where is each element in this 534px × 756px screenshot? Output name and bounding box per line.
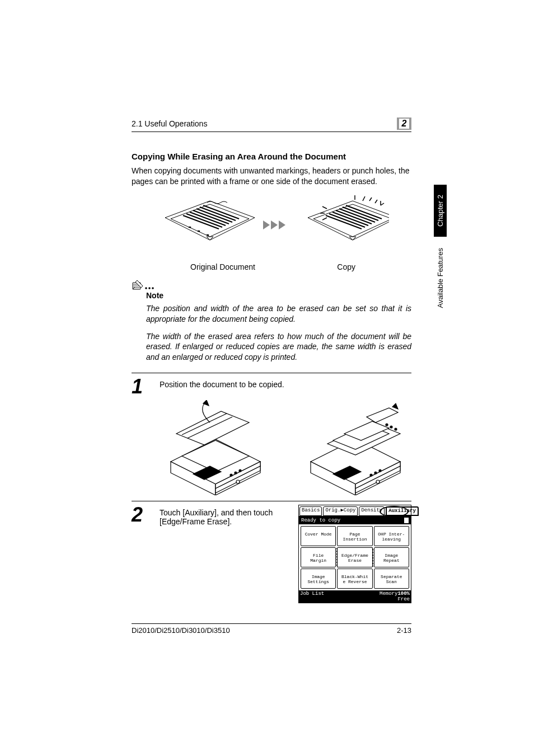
panel-grid: Cover Mode Page Insertion OHP Inter- lea…	[299, 524, 411, 590]
btn-page-insertion[interactable]: Page Insertion	[337, 526, 372, 546]
svg-point-11	[207, 234, 209, 236]
section-title: Copying While Erasing an Area Around the…	[132, 152, 411, 161]
printer-adf-icon	[299, 400, 411, 495]
svg-point-49	[235, 472, 237, 474]
svg-marker-59	[392, 403, 398, 409]
page-footer: Di2010/Di2510/Di3010/Di3510 2-13	[132, 623, 411, 635]
svg-marker-41	[176, 411, 249, 445]
svg-marker-13	[271, 220, 278, 229]
step-1-text: Position the document to be copied.	[160, 377, 411, 397]
panel-status-text: Ready to copy	[301, 518, 340, 523]
touch-panel: Basics Orig.▶Copy Density Auxiliary Read…	[298, 505, 411, 603]
svg-marker-14	[279, 220, 285, 229]
erase-figure	[154, 195, 389, 257]
section-name: Available Features	[436, 248, 444, 308]
btn-bw-reverse[interactable]: Black-Whit e Reverse	[337, 569, 372, 589]
btn-edge-frame-erase[interactable]: Edge/Frame Erase	[337, 547, 372, 567]
chapter-badge: 2	[397, 118, 411, 130]
svg-line-24	[369, 198, 372, 201]
btn-image-settings[interactable]: Image Settings	[301, 569, 336, 589]
svg-point-35	[148, 287, 151, 289]
tab-orig-copy[interactable]: Orig.▶Copy	[323, 506, 358, 516]
memory-indicator: Memory100% Free	[380, 591, 410, 602]
svg-marker-44	[203, 400, 209, 406]
divider	[132, 373, 411, 373]
btn-job-list[interactable]: Job List	[300, 591, 324, 602]
svg-marker-0	[165, 201, 255, 240]
btn-file-margin[interactable]: File Margin	[301, 547, 336, 567]
step-2-text: Touch [Auxiliary], and then touch [Edge/…	[160, 505, 298, 603]
step-1-number: 1	[132, 377, 160, 397]
chapter-number: 2	[399, 119, 409, 129]
btn-image-repeat[interactable]: Image Repeat	[374, 547, 409, 567]
svg-line-30	[322, 206, 327, 209]
svg-point-61	[390, 426, 392, 428]
tab-auxiliary[interactable]: Auxiliary	[386, 506, 419, 516]
count-indicator-icon	[404, 518, 409, 523]
svg-point-9	[189, 226, 191, 228]
step-2: 2 Touch [Auxiliary], and then touch [Edg…	[132, 505, 411, 603]
svg-point-66	[370, 474, 372, 476]
btn-ohp-interleaving[interactable]: OHP Inter- leaving	[374, 526, 409, 546]
note-text-1: The position and width of the area to be…	[146, 303, 411, 325]
intro-paragraph: When copying documents with unwanted mar…	[132, 166, 411, 187]
svg-line-25	[375, 200, 377, 203]
step-2-number: 2	[132, 505, 160, 603]
btn-cover-mode[interactable]: Cover Mode	[301, 526, 336, 546]
svg-point-69	[376, 480, 380, 483]
printer-platen-icon	[160, 400, 271, 495]
footer-page: 2-13	[397, 626, 411, 635]
svg-marker-12	[263, 220, 270, 229]
svg-point-48	[230, 474, 232, 476]
running-header: 2.1 Useful Operations 2	[132, 118, 411, 132]
chapter-tab: Chapter 2	[434, 185, 447, 237]
tab-basics[interactable]: Basics	[299, 506, 322, 516]
side-tab: Chapter 2 Available Features	[433, 185, 447, 358]
panel-tabs: Basics Orig.▶Copy Density Auxiliary	[299, 505, 411, 516]
svg-line-26	[381, 203, 384, 205]
note-block: Note The position and width of the area …	[132, 279, 411, 363]
svg-point-36	[152, 287, 154, 289]
step-1-figures	[160, 400, 411, 495]
svg-line-29	[363, 196, 365, 201]
btn-separate-scan[interactable]: Separate Scan	[374, 569, 409, 589]
tab-density[interactable]: Density	[359, 506, 385, 516]
divider	[132, 501, 411, 501]
svg-point-68	[379, 469, 381, 472]
footer-model: Di2010/Di2510/Di3010/Di3510	[132, 626, 230, 635]
svg-point-10	[198, 230, 200, 232]
step-1: 1 Position the document to be copied.	[132, 377, 411, 397]
panel-status: Ready to copy	[299, 516, 411, 524]
note-label: Note	[146, 291, 411, 300]
caption-original: Original Document	[190, 262, 255, 271]
svg-point-60	[386, 424, 388, 426]
caption-copy: Copy	[337, 262, 355, 271]
section-ref: 2.1 Useful Operations	[132, 119, 207, 128]
svg-marker-58	[367, 408, 398, 422]
figure-captions: Original Document Copy	[154, 262, 389, 271]
svg-point-67	[374, 472, 377, 474]
svg-point-50	[239, 469, 241, 472]
svg-point-51	[236, 480, 240, 483]
svg-point-62	[395, 428, 397, 430]
svg-point-34	[145, 287, 147, 289]
note-text-2: The width of the erased area refers to h…	[146, 331, 411, 363]
panel-bottom: Job List Memory100% Free	[299, 590, 411, 603]
